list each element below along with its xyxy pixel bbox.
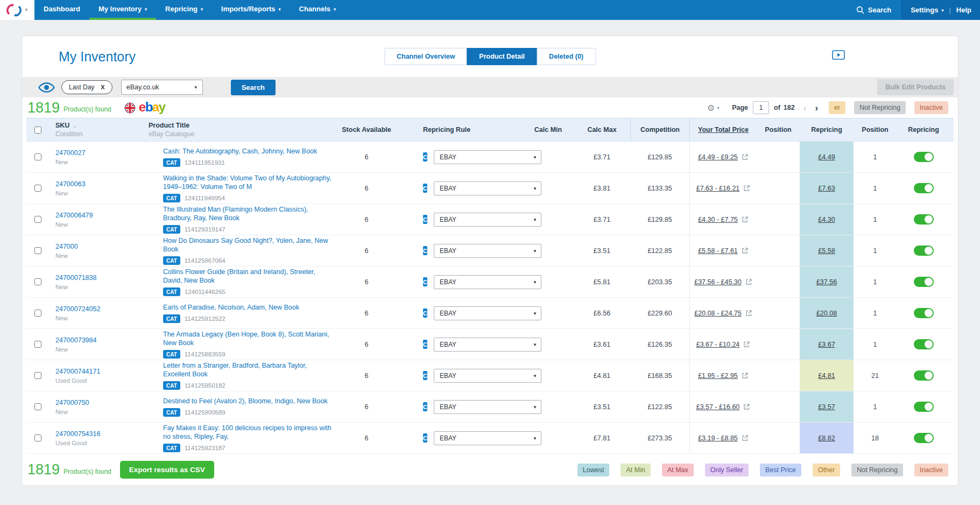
your-total-price-link[interactable]: £3.67 [818,341,835,348]
sku-link[interactable]: 24700073984 [55,336,96,344]
nav-item-my-inventory[interactable]: My Inventory▾ [89,0,156,20]
date-filter-chip[interactable]: Last Day X [61,80,112,94]
sku-link[interactable]: 247000750 [55,399,89,406]
next-page-button[interactable]: › [815,103,818,113]
col-sku[interactable]: SKU [55,122,69,129]
nav-item-imports-reports[interactable]: Imports/Reports▾ [212,0,290,20]
tab-channel-overview[interactable]: Channel Overview [384,48,467,65]
sku-link[interactable]: 247000754316 [55,430,100,438]
settings-menu[interactable]: Settings▾ [911,6,943,14]
tab-deleted[interactable]: Deleted (0) [537,48,596,65]
your-total-price-link[interactable]: £4.49 [818,153,835,161]
export-csv-button[interactable]: Export results as CSV [120,461,214,479]
select-all-checkbox[interactable] [34,127,41,134]
sku-link[interactable]: 24700063 [55,180,86,188]
video-tutorial-button[interactable] [832,50,845,62]
your-total-price-link[interactable]: £4.30 [818,216,835,223]
external-link-icon[interactable] [745,278,752,285]
competition-range-link[interactable]: £4.30 - £7.75 [698,216,738,223]
external-link-icon[interactable] [743,185,750,192]
prev-page-button[interactable]: ‹ [803,103,807,113]
help-menu[interactable]: Help [956,6,971,14]
row-checkbox[interactable] [34,216,41,223]
nav-item-dashboard[interactable]: Dashboard [34,0,89,20]
row-checkbox[interactable] [34,278,41,285]
page-number-input[interactable] [753,101,769,114]
your-total-price-link[interactable]: £4.81 [818,372,835,380]
product-title-link[interactable]: The Illustrated Man (Flamingo Modern Cla… [163,205,332,223]
product-title-link[interactable]: Collins Flower Guide (Britain and Irelan… [163,268,332,285]
competition-range-link[interactable]: £37.56 - £45.30 [694,278,742,286]
repricing-toggle[interactable] [914,402,934,412]
table-settings-button[interactable]: ⚙ ▼ [707,103,720,113]
repricing-rule-select[interactable]: EBAY [434,213,541,227]
product-title-link[interactable]: The Armada Legacy (Ben Hope, Book 8), Sc… [163,330,332,348]
repricing-toggle[interactable] [914,308,934,318]
bulk-edit-products-button[interactable]: Bulk Edit Products [877,79,954,95]
product-title-link[interactable]: Fay Makes it Easy: 100 delicious recipes… [163,424,332,441]
repricing-toggle[interactable] [914,277,934,287]
tab-product-detail[interactable]: Product Detail [467,48,537,65]
sku-link[interactable]: 247000744171 [55,368,100,375]
your-total-price-link[interactable]: £37.56 [816,278,837,286]
your-total-price-link[interactable]: £3.57 [818,403,835,411]
row-checkbox[interactable] [34,372,41,379]
product-title-link[interactable]: Destined to Feel (Avalon 2), Bloome, Ind… [163,397,328,405]
external-link-icon[interactable] [743,403,750,410]
competition-range-link[interactable]: £5.58 - £7.61 [698,247,738,255]
repricing-toggle[interactable] [914,370,934,381]
repricing-toggle[interactable] [914,152,934,162]
row-checkbox[interactable] [34,185,41,192]
search-button[interactable]: Search [231,80,276,95]
your-total-price-link[interactable]: £8.82 [818,434,835,442]
repricing-rule-select[interactable]: EBAY [434,306,541,320]
external-link-icon[interactable] [742,434,749,441]
competition-range-link[interactable]: £3.19 - £8.85 [698,434,738,442]
competition-range-link[interactable]: £7.63 - £16.21 [696,185,740,192]
repricing-rule-select[interactable]: EBAY [434,369,541,383]
col-your-total-price[interactable]: Your Total Price [698,126,749,134]
repricing-toggle[interactable] [914,246,934,256]
product-title-link[interactable]: Cash: The Autobiography, Cash, Johnny, N… [163,147,317,156]
sku-link[interactable]: 247000724052 [55,305,100,313]
external-link-icon[interactable] [745,310,752,317]
sku-link[interactable]: 24700071838 [55,274,96,282]
repricing-toggle[interactable] [914,339,934,349]
repricing-rule-select[interactable]: EBAY [434,244,541,258]
product-title-link[interactable]: Letter from a Stranger, Bradford, Barbar… [163,361,332,379]
sku-link[interactable]: 24700027 [55,149,86,157]
repricing-rule-select[interactable]: EBAY [434,150,541,164]
external-link-icon[interactable] [742,216,749,223]
watch-filter-button[interactable] [38,82,55,93]
your-total-price-link[interactable]: £5.58 [818,247,835,255]
external-link-icon[interactable] [742,153,749,160]
row-checkbox[interactable] [34,153,41,160]
repricing-rule-select[interactable]: EBAY [434,400,541,414]
repricing-rule-select[interactable]: EBAY [434,275,541,289]
external-link-icon[interactable] [742,372,749,379]
repricing-rule-select[interactable]: EBAY [434,431,541,445]
competition-range-link[interactable]: £3.57 - £16.60 [696,403,740,411]
nav-item-repricing[interactable]: Repricing▾ [156,0,212,20]
repricing-toggle[interactable] [914,214,934,225]
channel-select[interactable]: eBay.co.uk [121,80,203,95]
nav-item-channels[interactable]: Channels▾ [290,0,346,20]
your-total-price-link[interactable]: £7.63 [818,185,835,192]
external-link-icon[interactable] [743,341,750,348]
app-logo[interactable]: ▼ [0,0,34,20]
nav-search-button[interactable]: Search [847,0,901,20]
repricing-toggle[interactable] [914,183,934,193]
remove-filter-icon[interactable]: X [101,84,104,90]
repricing-rule-select[interactable]: EBAY [434,181,541,195]
competition-range-link[interactable]: £3.67 - £10.24 [696,341,740,348]
row-checkbox[interactable] [34,310,41,317]
row-checkbox[interactable] [34,247,41,254]
sku-link[interactable]: 2470006479 [55,212,93,219]
competition-range-link[interactable]: £4.49 - £9.25 [698,153,738,161]
repricing-toggle[interactable] [914,433,934,443]
competition-range-link[interactable]: £20.08 - £24.75 [694,310,742,317]
product-title-link[interactable]: Earls of Paradise, Nicolson, Adam, New B… [163,303,299,312]
row-checkbox[interactable] [34,434,41,441]
competition-range-link[interactable]: £1.95 - £2.95 [698,372,738,380]
product-title-link[interactable]: How Do Dinosaurs Say Good Night?, Yolen,… [163,236,332,254]
